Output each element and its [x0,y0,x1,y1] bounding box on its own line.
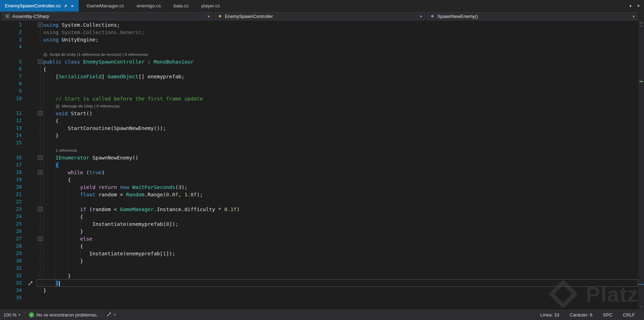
fold-margin[interactable]: - [37,154,43,161]
glyph-margin[interactable] [25,58,37,65]
glyph-margin[interactable] [25,146,37,154]
fold-margin[interactable]: - [37,169,43,176]
close-icon[interactable]: × [71,3,74,8]
code-text[interactable]: else [43,235,638,242]
tab-bala-cs[interactable]: bala.cs [169,0,194,12]
glyph-margin[interactable] [25,161,37,169]
line-number[interactable]: 29 [0,250,25,257]
line-number[interactable]: 12 [0,117,25,124]
code-text[interactable]: } [43,132,638,139]
line-number[interactable]: 25 [0,220,25,228]
line-number[interactable]: 9 [0,87,25,95]
collapse-icon[interactable]: - [38,155,43,160]
line-number[interactable]: 32 [0,272,25,279]
pin-icon[interactable] [64,4,67,8]
glyph-margin[interactable] [25,110,37,117]
fold-margin[interactable]: - [37,206,43,213]
line-number[interactable]: 34 [0,287,25,294]
line-number[interactable] [0,102,25,110]
line-number[interactable]: 31 [0,265,25,272]
glyph-margin[interactable] [25,43,37,51]
glyph-margin[interactable] [25,198,37,205]
line-number[interactable]: 27 [0,235,25,242]
line-number[interactable]: 23 [0,205,25,213]
collapse-icon[interactable]: - [38,22,43,27]
code-text[interactable]: } [43,257,638,264]
glyph-margin[interactable] [25,235,37,242]
glyph-margin[interactable] [25,265,37,272]
line-number[interactable]: 8 [0,80,25,87]
line-number[interactable]: 10 [0,95,25,102]
code-text[interactable]: { [43,176,638,183]
screwdriver-icon[interactable] [28,280,33,286]
glyph-margin[interactable] [25,21,37,28]
zoom-control[interactable]: 100 % ▾ [4,312,20,318]
tab-GameManager-cs[interactable]: GameManager.cs [82,0,129,12]
tab-list-chevron-down-icon[interactable]: ▾ [630,4,632,8]
tab-player-cs[interactable]: player.cs [196,0,225,12]
glyph-margin[interactable] [25,176,37,183]
collapse-icon[interactable]: - [38,207,43,211]
code-text[interactable]: float random = Random.Range(0.0f, 1.0f); [43,191,638,198]
code-text[interactable] [43,294,638,301]
line-number[interactable]: 11 [0,110,25,117]
glyph-margin[interactable] [25,257,37,265]
member-dropdown[interactable]: SpawnNewEnemy() ▾ [427,12,638,20]
glyph-margin[interactable] [25,80,37,87]
tab-enemigo-cs[interactable]: enemigo.cs [132,0,166,12]
line-number[interactable]: 30 [0,257,25,265]
glyph-margin[interactable] [25,28,37,36]
glyph-margin[interactable] [25,117,37,124]
code-text[interactable]: Instantiate(enemyprefab[0]); [43,221,638,227]
glyph-margin[interactable] [25,183,37,191]
project-dropdown[interactable]: Assembly-CSharp ▾ [2,12,213,20]
spaces-indicator[interactable]: SPC [603,312,612,318]
code-text[interactable]: while (true) [43,169,638,176]
code-text[interactable]: using UnityEngine; [43,36,638,43]
glyph-margin[interactable] [25,287,37,294]
glyph-margin[interactable] [25,124,37,132]
code-text[interactable]: { [43,213,638,220]
line-number[interactable]: 33 [0,279,25,287]
line-number[interactable]: 4 [0,43,25,51]
code-text[interactable] [43,44,638,50]
code-text[interactable]: { [43,162,638,168]
code-text[interactable]: { [43,66,638,72]
glyph-margin[interactable] [25,73,37,80]
line-number[interactable]: 5 [0,58,25,65]
code-text[interactable]: } [43,287,638,294]
fold-margin[interactable]: - [37,110,43,117]
codelens-link[interactable]: Mensaje de Unity | 0 referencias [56,103,120,109]
glyph-margin[interactable] [25,213,37,220]
collapse-icon[interactable]: - [38,236,43,241]
line-number[interactable]: 18 [0,169,25,176]
fold-margin[interactable]: - [37,58,43,65]
glyph-margin[interactable] [25,154,37,161]
code-text[interactable]: Instantiate(enemyprefab[1]); [43,250,638,257]
line-number[interactable] [0,51,25,58]
problems-indicator[interactable]: ✓ No se encontraron problemas. [29,312,98,318]
line-number[interactable]: 14 [0,132,25,139]
glyph-margin[interactable] [25,51,37,58]
glyph-margin[interactable] [25,95,37,102]
line-number[interactable]: 6 [0,65,25,73]
code-text[interactable] [43,198,638,205]
code-text[interactable] [43,139,638,146]
code-text[interactable]: using System.Collections; [43,21,638,28]
code-text[interactable]: { [43,117,638,124]
line-number[interactable]: 15 [0,139,25,146]
line-indicator[interactable]: Línea: 33 [540,312,559,318]
code-text[interactable]: } [43,280,638,286]
code-text[interactable]: IEnumerator SpawnNewEnemy() [43,154,638,161]
code-text[interactable]: { [43,243,638,249]
codelens-link[interactable]: 1 referencia [56,147,77,154]
tab-EnemySpawnController-cs[interactable]: EnemySpawnController.cs× [0,0,79,12]
line-number[interactable]: 1 [0,21,25,28]
glyph-margin[interactable] [25,242,37,250]
collapse-icon[interactable]: - [38,170,43,175]
line-number[interactable]: 28 [0,242,25,250]
code-text[interactable] [43,88,638,94]
code-text[interactable]: using System.Collections.Generic; [43,29,638,35]
column-indicator[interactable]: Carácter: 6 [570,312,592,318]
code-text[interactable]: 1 referencia [43,147,638,154]
